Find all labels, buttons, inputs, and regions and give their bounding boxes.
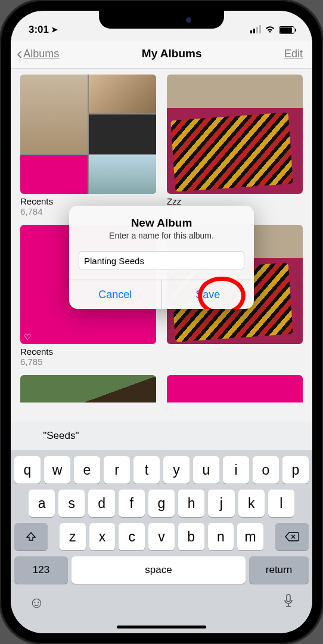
key-r[interactable]: r (104, 456, 130, 484)
cancel-button[interactable]: Cancel (69, 280, 162, 309)
back-label: Albums (23, 48, 59, 60)
key-u[interactable]: u (193, 456, 219, 484)
key-h[interactable]: h (178, 490, 204, 517)
key-j[interactable]: j (208, 490, 234, 517)
suggestion-bar: "Seeds" (11, 422, 312, 450)
key-k[interactable]: k (238, 490, 265, 517)
album-grid-content: Recents 6,784 Zzz 1 Recents 6,785 (11, 69, 312, 402)
chevron-left-icon: ‹ (17, 45, 22, 62)
dialog-title: New Album (80, 216, 243, 230)
key-q[interactable]: q (14, 456, 41, 484)
numbers-key[interactable]: 123 (14, 556, 68, 584)
key-c[interactable]: c (119, 523, 145, 550)
svg-rect-0 (287, 595, 290, 602)
dictation-key[interactable] (282, 593, 294, 613)
key-v[interactable]: v (148, 523, 175, 550)
save-button[interactable]: Save (162, 280, 254, 309)
key-i[interactable]: i (223, 456, 249, 484)
key-f[interactable]: f (119, 490, 145, 517)
key-d[interactable]: d (88, 490, 114, 517)
dialog-message: Enter a name for this album. (80, 231, 243, 240)
page-title: My Albums (142, 47, 202, 60)
key-w[interactable]: w (44, 456, 70, 484)
new-album-dialog: New Album Enter a name for this album. C… (69, 206, 254, 309)
suggestion[interactable]: "Seeds" (11, 430, 111, 442)
backspace-key[interactable] (275, 523, 309, 550)
status-time: 3:01 (29, 24, 49, 36)
key-l[interactable]: l (268, 490, 294, 517)
home-indicator[interactable] (117, 626, 206, 628)
keyboard: "Seeds" q w e r t y u i o p a s d f (11, 422, 312, 633)
key-x[interactable]: x (89, 523, 116, 550)
wifi-icon (265, 24, 275, 36)
key-e[interactable]: e (74, 456, 100, 484)
nav-bar: ‹ Albums My Albums Edit (11, 41, 312, 69)
key-g[interactable]: g (148, 490, 175, 517)
key-s[interactable]: s (58, 490, 85, 517)
battery-icon (279, 26, 294, 34)
key-z[interactable]: z (60, 523, 86, 550)
modal-backdrop: New Album Enter a name for this album. C… (11, 69, 312, 402)
space-key[interactable]: space (72, 556, 246, 584)
key-m[interactable]: m (237, 523, 263, 550)
key-o[interactable]: o (253, 456, 279, 484)
key-p[interactable]: p (282, 456, 309, 484)
device-notch (99, 11, 224, 29)
album-name-input[interactable] (79, 251, 244, 270)
cellular-icon (250, 26, 261, 33)
return-key[interactable]: return (249, 556, 309, 584)
edit-button[interactable]: Edit (284, 48, 303, 60)
key-t[interactable]: t (133, 456, 160, 484)
shift-key[interactable] (14, 523, 48, 550)
location-icon: ➤ (51, 25, 58, 34)
key-a[interactable]: a (29, 490, 55, 517)
back-button[interactable]: ‹ Albums (17, 45, 59, 62)
key-n[interactable]: n (208, 523, 234, 550)
emoji-key[interactable]: ☺ (29, 593, 45, 613)
key-b[interactable]: b (178, 523, 204, 550)
key-y[interactable]: y (163, 456, 190, 484)
